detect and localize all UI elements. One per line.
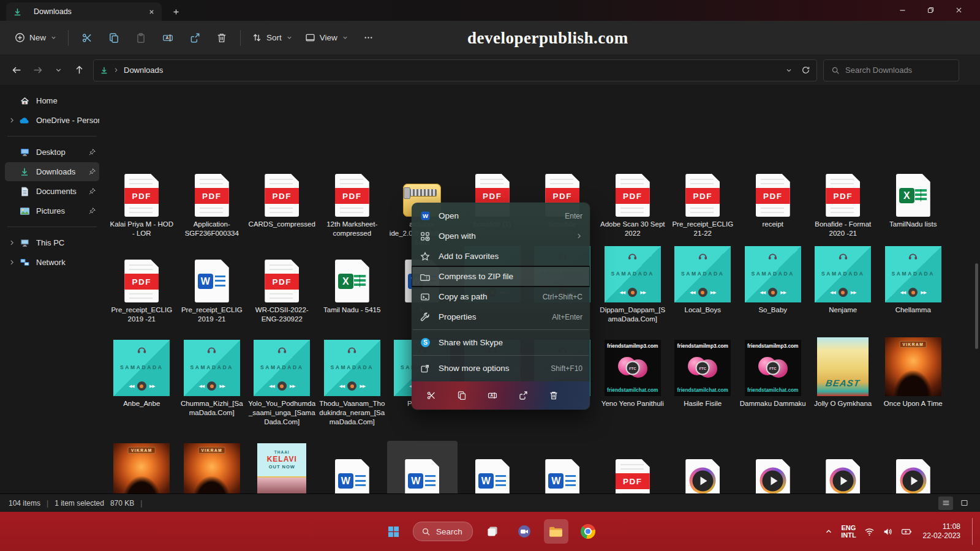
file-item[interactable]: BEASTJolly O Gymkhana	[808, 337, 878, 427]
sidebar-item-documents[interactable]: Documents	[5, 182, 99, 201]
close-button[interactable]	[944, 0, 973, 20]
delete-icon[interactable]	[211, 28, 232, 48]
recent-locations-chevron[interactable]	[48, 60, 69, 81]
rename-icon[interactable]: A	[485, 388, 500, 403]
file-item[interactable]: WAssignment rGirl (1)	[458, 441, 528, 493]
file-item[interactable]: SAMADADA◀◀▶▶Yolo_You_Podhumda_saami_unga…	[247, 337, 317, 427]
file-item[interactable]: friendstamilmp3.comFTCfriendstamilchat.c…	[668, 337, 738, 427]
sort-button[interactable]: Sort	[246, 28, 299, 47]
expand-chevron-icon[interactable]	[5, 239, 18, 246]
cut-icon[interactable]	[77, 28, 97, 48]
sidebar-item-downloads[interactable]: Downloads	[5, 162, 99, 181]
file-item[interactable]: PDF12th Marksheet-compressed	[317, 171, 388, 247]
start-button[interactable]	[381, 519, 405, 544]
new-button[interactable]: New	[9, 28, 63, 47]
address-dropdown-icon[interactable]	[785, 67, 793, 74]
up-button[interactable]	[69, 60, 89, 81]
file-item[interactable]: SAMADADA◀◀▶▶Dippam_Dappam_[SamaDada.Com]	[598, 243, 668, 324]
file-item[interactable]: XTamil Nadu - 5415	[317, 243, 388, 324]
details-view-toggle-icon[interactable]	[938, 497, 953, 510]
sidebar-item-network[interactable]: Network	[5, 253, 99, 272]
sidebar-item-pictures[interactable]: Pictures	[5, 201, 99, 220]
file-item[interactable]: SAMADADA◀◀▶▶Chellamma	[878, 243, 949, 324]
menu-item-show-more-options[interactable]: Show more optionsShift+F10	[412, 358, 590, 378]
search-input[interactable]: Search Downloads	[823, 59, 959, 81]
file-item[interactable]: THAAIKELAVIOUT NOWMegham Karukatha	[247, 441, 317, 493]
share-icon[interactable]	[184, 28, 205, 48]
file-explorer-button[interactable]	[544, 519, 568, 544]
sidebar-item-home[interactable]: Home	[5, 91, 99, 110]
chrome-button[interactable]	[576, 519, 600, 544]
minimize-button[interactable]	[888, 0, 916, 20]
file-item[interactable]: PDFWR-CDSII-2022-ENG-230922	[247, 243, 317, 324]
show-desktop-button[interactable]	[972, 518, 975, 545]
task-view-button[interactable]	[480, 519, 505, 544]
file-item[interactable]: PDFCARDS_compressed	[247, 171, 317, 247]
menu-item-share-with-skype[interactable]: SShare with Skype	[412, 332, 590, 353]
file-item[interactable]: Wrocks pebbles and sand	[387, 441, 458, 493]
file-item[interactable]: Rolex Bgm	[668, 441, 738, 493]
file-item[interactable]: SAMADADA◀◀▶▶Chumma_Kizhi_[SamaDada.Com]	[177, 337, 247, 427]
file-item[interactable]: PDFBonafide - Format 2020 -21	[808, 171, 878, 247]
file-item[interactable]: Thiruchitrambalam	[878, 441, 949, 493]
trash-icon[interactable]	[546, 388, 561, 403]
thumbnail-view-toggle-icon[interactable]	[957, 497, 971, 510]
file-item[interactable]: PDFreceipt	[738, 171, 809, 247]
menu-item-open-with[interactable]: Open with	[412, 226, 590, 246]
file-item[interactable]: PDFAssignment rGirl	[598, 441, 668, 493]
rename-icon[interactable]: A	[157, 28, 178, 48]
wifi-icon[interactable]	[864, 527, 875, 537]
copy-icon[interactable]	[454, 388, 469, 403]
refresh-icon[interactable]	[801, 66, 810, 75]
sidebar-item-this-pc[interactable]: This PC	[5, 233, 99, 252]
menu-item-properties[interactable]: PropertiesAlt+Enter	[412, 307, 590, 327]
file-item[interactable]: PDFApplication-SGF236F000334	[177, 171, 247, 247]
menu-item-open[interactable]: WOpenEnter	[412, 206, 590, 226]
back-button[interactable]	[6, 60, 27, 81]
sidebar-item-desktop[interactable]: Desktop	[5, 143, 99, 162]
file-item[interactable]: SAMADADA◀◀▶▶Thodu_Vaanam_Thodukindra_ner…	[317, 337, 388, 427]
file-item[interactable]: SAMADADA◀◀▶▶Anbe_Anbe	[107, 337, 177, 427]
cut-icon[interactable]	[424, 388, 439, 403]
file-item[interactable]: PDFAdobe Scan 30 Sept 2022	[598, 171, 668, 247]
file-item[interactable]: WPre_receipt_ECLIG 2019 -21	[177, 243, 247, 324]
menu-item-compress-to-zip-file[interactable]: Compress to ZIP file	[412, 266, 590, 287]
menu-item-copy-as-path[interactable]: Copy as pathCtrl+Shift+C	[412, 287, 590, 307]
restore-button[interactable]	[916, 0, 944, 20]
file-item[interactable]: SAMADADA◀◀▶▶Nenjame	[808, 243, 878, 324]
file-item[interactable]: friendstamilmp3.comFTCfriendstamilchat.c…	[598, 337, 668, 427]
explorer-tab-downloads[interactable]: Downloads	[6, 2, 162, 21]
file-item[interactable]: friendstamilmp3.comFTCfriendstamilchat.c…	[738, 337, 809, 427]
file-item[interactable]: Pirates BGM	[738, 441, 809, 493]
file-item[interactable]: PDFKalai Priya M - HOD - LOR	[107, 171, 177, 247]
language-indicator[interactable]: ENG INTL	[841, 524, 856, 539]
sidebar-item-onedrive-persona[interactable]: OneDrive - Persona	[5, 111, 99, 130]
copy-icon[interactable]	[104, 28, 124, 48]
tray-expand-icon[interactable]	[824, 527, 833, 536]
view-button[interactable]: View	[299, 28, 355, 47]
address-bar[interactable]: Downloads	[93, 59, 817, 81]
menu-item-add-to-favorites[interactable]: Add to Favorites	[412, 246, 590, 266]
file-item[interactable]: VIKRAMPathala Pathala	[177, 441, 247, 493]
paste-icon[interactable]	[130, 28, 151, 48]
tab-close-icon[interactable]	[146, 6, 157, 17]
forward-button[interactable]	[27, 60, 48, 81]
share-icon[interactable]	[516, 388, 530, 403]
file-item[interactable]: WMY COLLEGE LIFE	[527, 441, 598, 493]
file-item[interactable]: WDVSK883	[317, 441, 388, 493]
more-options-icon[interactable]	[358, 28, 379, 48]
breadcrumb[interactable]: Downloads	[124, 66, 163, 75]
file-item[interactable]: PDFPre_receipt_ECLIG 21-22	[668, 171, 738, 247]
clock[interactable]: 11:08 22-02-2023	[923, 522, 960, 541]
file-item[interactable]: VIKRAMOnce Upon A Time	[878, 337, 949, 427]
expand-chevron-icon[interactable]	[5, 259, 18, 266]
file-item[interactable]: SAMADADA◀◀▶▶Local_Boys	[668, 243, 738, 324]
file-item[interactable]: Oru Kaatu Moolanu !	[808, 441, 878, 493]
vertical-scrollbar[interactable]	[975, 263, 978, 349]
file-item[interactable]: PDFPre_receipt_ECLIG 2019 -21	[107, 243, 177, 324]
file-item[interactable]: VIKRAMVikram Title Track	[107, 441, 177, 493]
volume-icon[interactable]	[883, 527, 893, 537]
taskbar-search[interactable]: Search	[413, 522, 473, 541]
meet-app-button[interactable]	[512, 519, 537, 544]
file-item[interactable]: SAMADADA◀◀▶▶So_Baby	[738, 243, 809, 324]
